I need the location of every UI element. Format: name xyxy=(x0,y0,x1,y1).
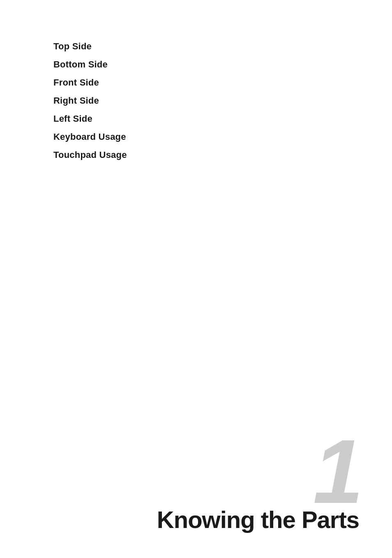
toc-link-3[interactable]: Right Side xyxy=(53,95,99,106)
toc-list: Top SideBottom SideFront SideRight SideL… xyxy=(53,41,339,160)
toc-item[interactable]: Left Side xyxy=(53,113,339,124)
toc-link-0[interactable]: Top Side xyxy=(53,41,92,51)
toc-item[interactable]: Front Side xyxy=(53,77,339,88)
chapter-title-wrap: Knowing the Parts xyxy=(0,506,359,533)
toc-item[interactable]: Keyboard Usage xyxy=(53,132,339,142)
toc-link-2[interactable]: Front Side xyxy=(53,77,99,88)
toc-link-5[interactable]: Keyboard Usage xyxy=(53,132,126,142)
chapter-title: Knowing the Parts xyxy=(157,506,359,533)
page: Top SideBottom SideFront SideRight SideL… xyxy=(0,0,392,558)
toc-link-1[interactable]: Bottom Side xyxy=(53,59,108,69)
toc-link-6[interactable]: Touchpad Usage xyxy=(53,150,127,160)
chapter-number-background: 1 xyxy=(313,426,359,517)
toc-link-4[interactable]: Left Side xyxy=(53,113,92,124)
toc-item[interactable]: Right Side xyxy=(53,95,339,106)
toc-item[interactable]: Top Side xyxy=(53,41,339,52)
toc-item[interactable]: Bottom Side xyxy=(53,59,339,70)
toc-item[interactable]: Touchpad Usage xyxy=(53,150,339,160)
